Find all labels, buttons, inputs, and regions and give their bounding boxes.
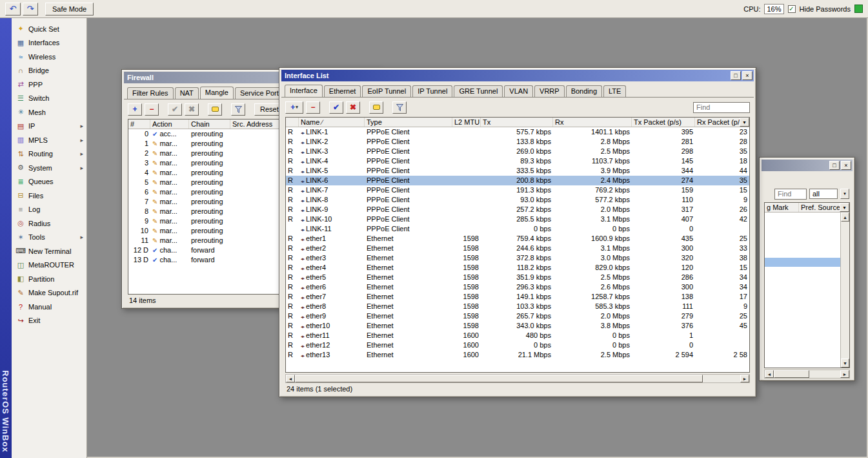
table-row[interactable]: R◂▸ether13Ethernet160021.1 Mbps2.5 Mbps2…: [286, 350, 749, 360]
comment-button[interactable]: [208, 103, 222, 116]
table-row[interactable]: R◂▸ether1Ethernet1598759.4 kbps1600.9 kb…: [286, 234, 749, 244]
column-header-action[interactable]: Action: [150, 120, 189, 129]
scroll-thumb[interactable]: [774, 370, 809, 378]
tab-eoip-tunnel[interactable]: EoIP Tunnel: [362, 85, 411, 97]
sidebar-item-files[interactable]: ⊟Files: [12, 189, 86, 203]
column-header-name[interactable]: Name∕: [299, 118, 365, 127]
tab-mangle[interactable]: Mangle: [200, 87, 234, 99]
tab-ethernet[interactable]: Ethernet: [324, 85, 361, 97]
scroll-track[interactable]: [841, 222, 849, 359]
table-row[interactable]: R◂▸ether8Ethernet1598103.3 kbps585.3 kbp…: [286, 302, 749, 311]
enable-button[interactable]: ✔: [168, 103, 182, 116]
table-row[interactable]: R◂▸LINK-10PPPoE Client285.5 kbps3.1 Mbps…: [286, 214, 749, 224]
sidebar-item-system[interactable]: ⚙System▸: [12, 161, 86, 175]
sidebar-item-mesh[interactable]: ✳Mesh: [12, 105, 86, 120]
column-header-flags[interactable]: [286, 118, 299, 127]
scroll-track[interactable]: [809, 370, 840, 378]
filter-button[interactable]: [392, 101, 407, 114]
sidebar-item-ppp[interactable]: ⇄PPP: [12, 78, 86, 92]
tab-gre-tunnel[interactable]: GRE Tunnel: [454, 85, 503, 97]
sidebar-item-log[interactable]: ≡Log: [12, 203, 86, 217]
tab-vlan[interactable]: VLAN: [504, 85, 533, 97]
table-row[interactable]: R◂▸LINK-7PPPoE Client191.3 kbps769.2 kbp…: [286, 185, 749, 195]
add-button[interactable]: +▾: [285, 101, 303, 114]
tab-ip-tunnel[interactable]: IP Tunnel: [412, 85, 452, 97]
table-row[interactable]: R◂▸ether9Ethernet1598265.7 kbps2.0 Mbps2…: [286, 311, 749, 321]
comment-button[interactable]: [369, 101, 383, 114]
sidebar-item-ip[interactable]: ▤IP▸: [12, 120, 86, 134]
table-row[interactable]: R◂▸ether12Ethernet16000 bps0 bps0: [286, 340, 749, 350]
route-vertical-scrollbar[interactable]: ▲ ▼: [840, 213, 849, 368]
sidebar-item-wireless[interactable]: ≈Wireless: [12, 50, 86, 64]
column-header-l2-mtu[interactable]: L2 MTU: [452, 118, 481, 127]
route-find-input[interactable]: [774, 189, 807, 200]
column-header-chain[interactable]: Chain: [189, 120, 230, 129]
route-filter-select[interactable]: all: [809, 189, 838, 199]
sidebar-item-interfaces[interactable]: ▦Interfaces: [12, 36, 86, 50]
find-input[interactable]: [693, 102, 750, 113]
dropdown-arrow-icon[interactable]: ▾: [840, 189, 849, 199]
sidebar-item-make-supout-rif[interactable]: ✎Make Supout.rif: [12, 286, 86, 300]
scroll-left-icon[interactable]: ◄: [286, 375, 295, 382]
disable-button[interactable]: ✖: [346, 101, 360, 114]
hide-passwords-checkbox[interactable]: ✓: [788, 5, 796, 13]
scroll-down-icon[interactable]: ▼: [841, 359, 849, 368]
sidebar-item-quick-set[interactable]: ✦Quick Set: [12, 22, 86, 36]
selected-route-row[interactable]: [765, 258, 840, 267]
tab-vrrp[interactable]: VRRP: [534, 85, 565, 97]
scroll-thumb[interactable]: [295, 375, 703, 382]
scroll-right-icon[interactable]: ►: [840, 370, 849, 378]
tab-lte[interactable]: LTE: [603, 85, 626, 97]
column-header-tx-packet-p-s[interactable]: Tx Packet (p/s): [632, 118, 695, 127]
table-row[interactable]: R◂▸LINK-4PPPoE Client89.3 kbps1103.7 kbp…: [286, 156, 749, 166]
route-horizontal-scrollbar[interactable]: ◄ ►: [764, 370, 850, 379]
sidebar-item-switch[interactable]: ☰Switch: [12, 92, 86, 106]
table-row[interactable]: R◂▸ether3Ethernet1598372.8 kbps3.0 Mbps3…: [286, 253, 749, 263]
sidebar-item-routing[interactable]: ⇅Routing▸: [12, 147, 86, 161]
interface-titlebar[interactable]: Interface List □ ×: [281, 70, 754, 81]
scroll-track[interactable]: [703, 375, 740, 382]
table-row[interactable]: R◂▸ether6Ethernet1598296.3 kbps2.6 Mbps3…: [286, 282, 749, 292]
table-row[interactable]: ◂▸LINK-11PPPoE Client0 bps0 bps0: [286, 224, 749, 234]
table-row[interactable]: R◂▸LINK-6PPPoE Client200.8 kbps2.4 Mbps2…: [286, 176, 749, 185]
remove-button[interactable]: −: [306, 101, 320, 114]
tab-bonding[interactable]: Bonding: [566, 85, 602, 97]
table-row[interactable]: R◂▸LINK-2PPPoE Client133.8 kbps2.8 Mbps2…: [286, 137, 749, 147]
filter-button[interactable]: [231, 103, 245, 116]
tab-nat[interactable]: NAT: [175, 87, 199, 99]
sidebar-item-mpls[interactable]: ▥MPLS▸: [12, 133, 86, 147]
sidebar-item-queues[interactable]: ≣Queues: [12, 175, 86, 189]
table-row[interactable]: R◂▸ether7Ethernet1598149.1 kbps1258.7 kb…: [286, 292, 749, 302]
table-row[interactable]: R◂▸ether4Ethernet1598118.2 kbps829.0 kbp…: [286, 263, 749, 273]
route-titlebar[interactable]: □ ×: [762, 160, 853, 171]
add-button[interactable]: +: [128, 103, 142, 116]
column-header-rx[interactable]: Rx: [553, 118, 632, 127]
table-row[interactable]: R◂▸LINK-1PPPoE Client575.7 kbps1401.1 kb…: [286, 127, 749, 137]
table-row[interactable]: R◂▸LINK-8PPPoE Client93.0 kbps577.2 kbps…: [286, 195, 749, 205]
table-row[interactable]: R◂▸LINK-3PPPoE Client269.0 kbps2.5 Mbps2…: [286, 147, 749, 156]
sidebar-item-metarouter[interactable]: ◫MetaROUTER: [12, 258, 86, 273]
maximize-button[interactable]: □: [731, 71, 741, 80]
tab-interface[interactable]: Interface: [285, 85, 323, 98]
column-header-src-address[interactable]: Src. Address: [230, 120, 282, 129]
scroll-left-icon[interactable]: ◄: [765, 370, 774, 378]
close-button[interactable]: ×: [841, 161, 851, 170]
table-row[interactable]: R◂▸LINK-9PPPoE Client257.2 kbps2.0 Mbps3…: [286, 205, 749, 214]
enable-button[interactable]: ✔: [329, 101, 343, 114]
sidebar-item-exit[interactable]: ↪Exit: [12, 314, 86, 328]
scroll-right-icon[interactable]: ►: [740, 375, 749, 382]
scroll-up-icon[interactable]: ▲: [841, 213, 849, 222]
remove-button[interactable]: −: [145, 103, 159, 116]
table-row[interactable]: R◂▸LINK-5PPPoE Client333.5 kbps3.9 Mbps3…: [286, 166, 749, 176]
undo-button[interactable]: ↶: [5, 3, 21, 16]
column-header-tx[interactable]: Tx: [481, 118, 553, 127]
sidebar-item-bridge[interactable]: ∩Bridge: [12, 64, 86, 78]
column-selector-button[interactable]: ▾: [740, 118, 749, 127]
redo-button[interactable]: ↷: [23, 3, 38, 16]
table-row[interactable]: R◂▸ether11Ethernet1600480 bps0 bps1: [286, 331, 749, 340]
table-row[interactable]: R◂▸ether5Ethernet1598351.9 kbps2.5 Mbps2…: [286, 273, 749, 282]
sidebar-item-tools[interactable]: ✶Tools▸: [12, 231, 86, 245]
sidebar-item-new-terminal[interactable]: ⌨New Terminal: [12, 244, 86, 258]
safe-mode-button[interactable]: Safe Mode: [45, 3, 94, 16]
disable-button[interactable]: ✖: [185, 103, 199, 116]
